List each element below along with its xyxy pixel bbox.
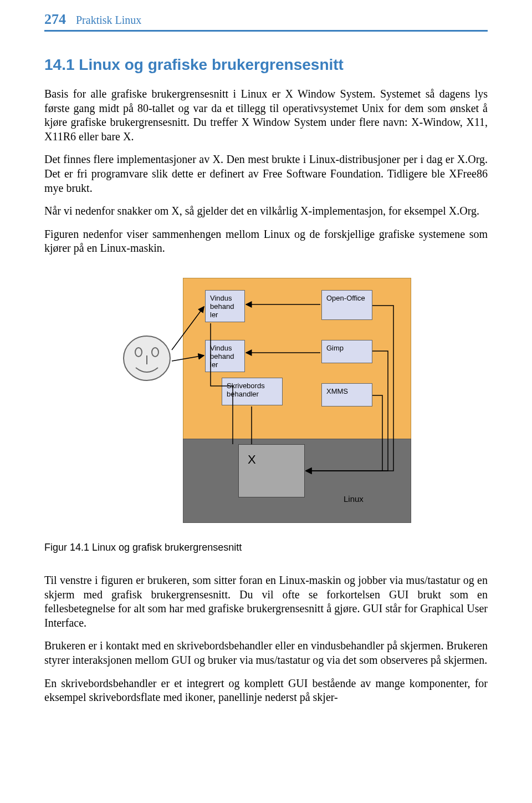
- paragraph-1: Basis for alle grafiske brukergrensesnit…: [44, 87, 488, 144]
- header-rule: [44, 30, 488, 32]
- page-number: 274: [44, 11, 66, 28]
- paragraph-7: En skrivebordsbehandler er et integrert …: [44, 677, 488, 705]
- openoffice-box: Open-Office: [321, 290, 372, 320]
- gimp-box: Gimp: [321, 340, 372, 363]
- window-manager-1-box: Vindus behand ler: [205, 290, 245, 322]
- section-title: 14.1 Linux og grafiske brukergrensesnitt: [44, 56, 488, 74]
- paragraph-3: Når vi nedenfor snakker om X, så gjelder…: [44, 204, 488, 218]
- x-box: X: [238, 444, 305, 497]
- page: 274 Praktisk Linux 14.1 Linux og grafisk…: [0, 0, 532, 736]
- figure-diagram: Vindus behand ler Vindus behand ler Skri…: [122, 278, 410, 522]
- paragraph-2: Det finnes flere implementasjoner av X. …: [44, 153, 488, 195]
- paragraph-5: Til venstre i figuren er brukeren, som s…: [44, 573, 488, 630]
- page-header: 274 Praktisk Linux: [44, 11, 488, 28]
- user-face-icon: [122, 333, 172, 383]
- desktop-manager-box: Skrivebords behandler: [222, 378, 283, 405]
- paragraph-6: Brukeren er i kontakt med en skrivebords…: [44, 639, 488, 667]
- window-manager-2-box: Vindus behand ler: [205, 340, 245, 372]
- running-head: Praktisk Linux: [76, 14, 141, 27]
- figure-caption: Figur 14.1 Linux og grafisk brukergrense…: [44, 542, 488, 553]
- linux-label: Linux: [344, 494, 364, 504]
- paragraph-4: Figuren nedenfor viser sammenhengen mell…: [44, 227, 488, 256]
- figure-wrap: Vindus behand ler Vindus behand ler Skri…: [44, 278, 488, 522]
- xmms-box: XMMS: [321, 383, 372, 406]
